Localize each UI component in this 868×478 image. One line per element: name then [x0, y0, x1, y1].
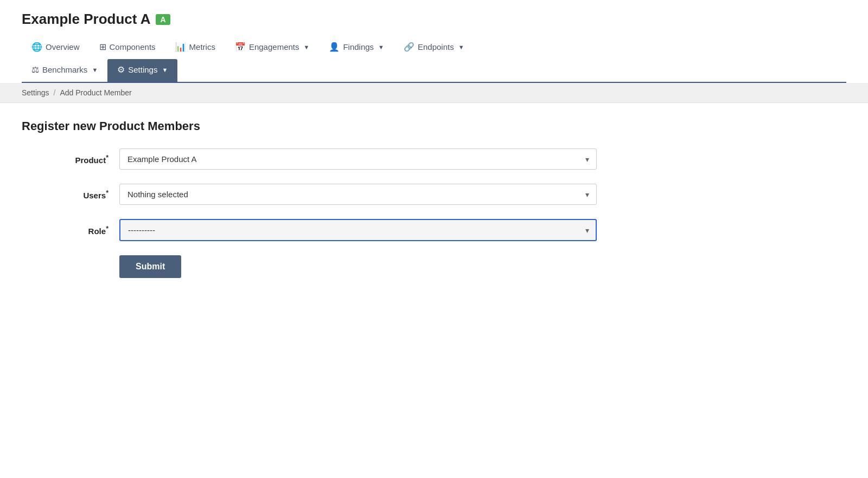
tab-engagements-label: Engagements	[249, 42, 299, 51]
submit-button[interactable]: Submit	[119, 255, 181, 278]
users-select[interactable]: Nothing selected	[119, 184, 597, 205]
product-title: Example Product A	[22, 11, 150, 28]
users-field-group: Users* Nothing selected ▾	[22, 184, 846, 205]
tab-endpoints[interactable]: 🔗 Endpoints ▼	[394, 36, 474, 59]
nav-row-2: ⚖ Benchmarks ▼ ⚙ Settings ▼	[22, 59, 846, 83]
tab-endpoints-label: Endpoints	[418, 42, 454, 51]
role-select[interactable]: ----------	[119, 219, 597, 241]
tab-benchmarks[interactable]: ⚖ Benchmarks ▼	[22, 59, 107, 82]
chevron-down-icon: ▼	[162, 67, 168, 73]
submit-area: Submit	[119, 255, 846, 278]
calendar-icon: 📅	[235, 42, 246, 52]
tab-findings-label: Findings	[343, 42, 374, 51]
product-select[interactable]: Example Product A	[119, 148, 597, 170]
tab-findings[interactable]: 👤 Findings ▼	[319, 36, 394, 59]
chart-icon: 📊	[175, 42, 186, 52]
chevron-down-icon: ▼	[458, 44, 464, 50]
tab-components[interactable]: ⊞ Components	[90, 36, 165, 59]
endpoints-icon: 🔗	[404, 42, 414, 52]
chevron-down-icon: ▼	[304, 44, 310, 50]
nav-row-1: 🌐 Overview ⊞ Components 📊 Metrics 📅 Enga…	[22, 36, 846, 59]
scale-icon: ⚖	[31, 64, 39, 75]
tab-metrics-label: Metrics	[189, 42, 215, 51]
chevron-down-icon: ▼	[378, 44, 384, 50]
section-title: Register new Product Members	[22, 119, 846, 133]
breadcrumb-item-settings: Settings	[22, 88, 49, 97]
tab-engagements[interactable]: 📅 Engagements ▼	[225, 36, 319, 59]
role-select-wrapper: ---------- ▾	[119, 219, 597, 241]
product-badge: A	[156, 14, 170, 25]
grid-icon: ⊞	[99, 42, 106, 52]
chevron-down-icon: ▼	[92, 67, 98, 73]
settings-icon: ⚙	[117, 64, 125, 75]
breadcrumb-item-add-member: Add Product Member	[60, 88, 131, 97]
role-label: Role*	[22, 225, 119, 236]
product-header: Example Product A A	[22, 11, 846, 28]
main-content: Register new Product Members Product* Ex…	[0, 103, 868, 294]
tab-settings[interactable]: ⚙ Settings ▼	[107, 59, 177, 82]
globe-icon: 🌐	[31, 42, 42, 52]
tab-overview-label: Overview	[46, 42, 80, 51]
tab-benchmarks-label: Benchmarks	[42, 65, 87, 74]
breadcrumb: Settings / Add Product Member	[22, 88, 846, 97]
product-label: Product*	[22, 154, 119, 165]
tab-metrics[interactable]: 📊 Metrics	[165, 36, 225, 59]
tab-settings-label: Settings	[128, 65, 157, 74]
breadcrumb-separator: /	[54, 88, 56, 97]
role-field-group: Role* ---------- ▾	[22, 219, 846, 241]
tab-overview[interactable]: 🌐 Overview	[22, 36, 90, 59]
users-select-wrapper: Nothing selected ▾	[119, 184, 597, 205]
users-label: Users*	[22, 189, 119, 200]
product-field-group: Product* Example Product A ▾	[22, 148, 846, 170]
tab-components-label: Components	[110, 42, 156, 51]
findings-icon: 👤	[329, 42, 340, 52]
product-select-wrapper: Example Product A ▾	[119, 148, 597, 170]
breadcrumb-bar: Settings / Add Product Member	[0, 83, 868, 103]
